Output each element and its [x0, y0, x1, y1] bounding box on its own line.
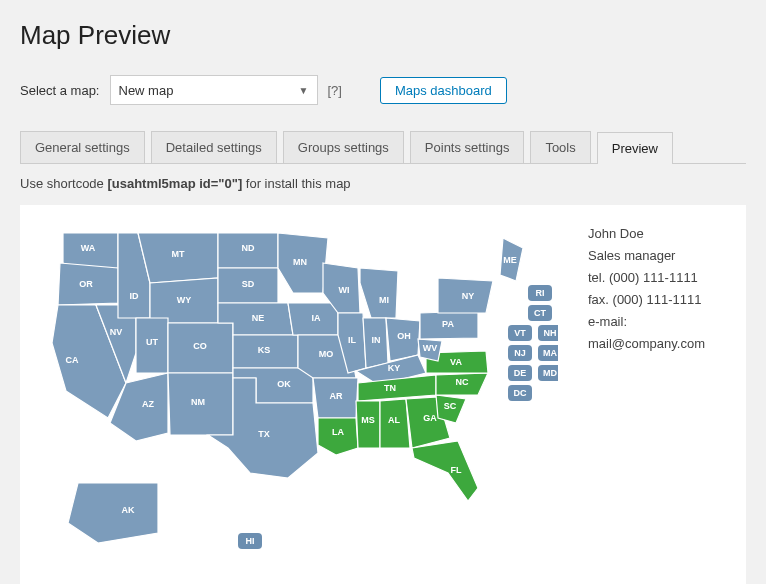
- state-me[interactable]: [500, 238, 523, 281]
- state-al[interactable]: [380, 399, 410, 448]
- state-pill-label-vt: VT: [514, 328, 526, 338]
- state-ut[interactable]: [136, 318, 168, 373]
- state-wv[interactable]: [418, 339, 442, 361]
- state-pill-label-ma: MA: [543, 348, 557, 358]
- state-ia[interactable]: [288, 303, 338, 335]
- contact-info: John Doe Sales manager tel. (000) 111-11…: [588, 223, 728, 356]
- state-mt[interactable]: [138, 233, 218, 283]
- state-sc[interactable]: [436, 395, 466, 423]
- shortcode-code: [usahtml5map id="0"]: [107, 176, 242, 191]
- state-pill-label-dc: DC: [514, 388, 527, 398]
- contact-fax: fax. (000) 111-1111: [588, 289, 728, 311]
- tab-general-settings[interactable]: General settings: [20, 131, 145, 163]
- state-co[interactable]: [168, 323, 233, 373]
- state-pill-label-ct: CT: [534, 308, 546, 318]
- state-ks[interactable]: [233, 335, 298, 368]
- state-ms[interactable]: [356, 401, 380, 448]
- tab-preview[interactable]: Preview: [597, 132, 673, 164]
- shortcode-suffix: for install this map: [242, 176, 350, 191]
- usa-map[interactable]: WAORCANVIDMTWYUTAZCONMNDSDNEKSOKTXMNIAMO…: [38, 223, 558, 563]
- shortcode-prefix: Use shortcode: [20, 176, 107, 191]
- contact-email: e-mail: mail@company.com: [588, 311, 728, 355]
- select-map-label: Select a map:: [20, 83, 100, 98]
- page-title: Map Preview: [20, 20, 746, 51]
- tabs-nav: General settingsDetailed settingsGroups …: [20, 131, 746, 164]
- state-mi[interactable]: [360, 268, 398, 318]
- maps-dashboard-button[interactable]: Maps dashboard: [380, 77, 507, 104]
- preview-panel: WAORCANVIDMTWYUTAZCONMNDSDNEKSOKTXMNIAMO…: [20, 205, 746, 584]
- state-pill-label-de: DE: [514, 368, 527, 378]
- state-pill-label-nj: NJ: [514, 348, 526, 358]
- chevron-down-icon: ▼: [299, 85, 309, 96]
- contact-name: John Doe: [588, 223, 728, 245]
- state-pill-label-nh: NH: [544, 328, 557, 338]
- state-fl[interactable]: [412, 441, 478, 501]
- tab-tools[interactable]: Tools: [530, 131, 590, 163]
- contact-tel: tel. (000) 111-1111: [588, 267, 728, 289]
- map-select-dropdown[interactable]: New map ▼: [110, 75, 318, 105]
- state-la[interactable]: [318, 418, 358, 455]
- state-pill-label-ri: RI: [536, 288, 545, 298]
- state-ak[interactable]: [68, 483, 158, 543]
- state-sd[interactable]: [218, 268, 278, 303]
- state-ar[interactable]: [313, 378, 358, 418]
- state-nm[interactable]: [168, 373, 233, 435]
- state-in[interactable]: [363, 318, 388, 368]
- state-oh[interactable]: [386, 318, 420, 361]
- tab-detailed-settings[interactable]: Detailed settings: [151, 131, 277, 163]
- shortcode-instruction: Use shortcode [usahtml5map id="0"] for i…: [20, 176, 746, 191]
- tab-points-settings[interactable]: Points settings: [410, 131, 525, 163]
- state-or[interactable]: [58, 263, 118, 305]
- state-pill-label-md: MD: [543, 368, 557, 378]
- state-pa[interactable]: [420, 311, 478, 339]
- state-pill-label-hi: HI: [246, 536, 255, 546]
- state-ny[interactable]: [438, 278, 493, 313]
- state-nc[interactable]: [436, 373, 488, 395]
- contact-role: Sales manager: [588, 245, 728, 267]
- map-selector-row: Select a map: New map ▼ [?] Maps dashboa…: [20, 75, 746, 105]
- tab-groups-settings[interactable]: Groups settings: [283, 131, 404, 163]
- map-select-value: New map: [119, 83, 174, 98]
- state-mn[interactable]: [278, 233, 328, 293]
- state-wy[interactable]: [150, 278, 218, 323]
- help-link[interactable]: [?]: [328, 83, 342, 98]
- state-nd[interactable]: [218, 233, 278, 268]
